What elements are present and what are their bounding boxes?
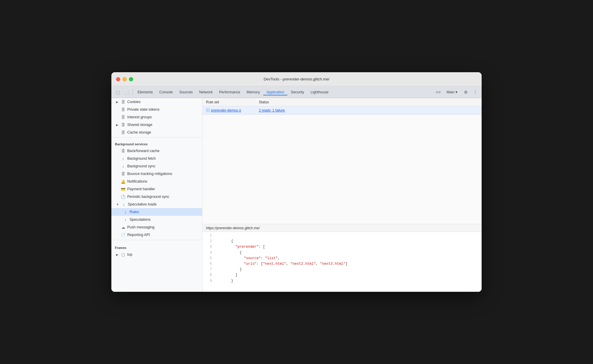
tab-performance[interactable]: Performance	[216, 89, 243, 95]
sync-icon: ↕	[121, 156, 125, 161]
database-icon: 🗄	[121, 115, 125, 119]
sidebar-label: Speculative loads	[128, 202, 157, 206]
divider	[111, 137, 202, 138]
sidebar-item-shared-storage[interactable]: ▶ 🗄 Shared storage	[111, 121, 202, 129]
sidebar-item-private-state-tokens[interactable]: 🗄 Private state tokens	[111, 106, 202, 113]
tab-separator	[133, 89, 133, 95]
sidebar-item-bounce-tracking[interactable]: 🗄 Bounce tracking mitigations	[111, 170, 202, 178]
tab-application[interactable]: Application	[263, 89, 287, 95]
sidebar-item-interest-groups[interactable]: 🗄 Interest groups	[111, 113, 202, 121]
table-header: Rule set Status	[202, 98, 482, 106]
more-tabs-button[interactable]: >>	[434, 88, 442, 96]
source-code-area: https://prerender-demos.glitch.me/ 1 2 3…	[202, 224, 482, 292]
line-num-5: 5	[205, 256, 212, 261]
sidebar-item-notifications[interactable]: 🔔 Notifications	[111, 178, 202, 185]
sidebar-item-cache-storage[interactable]: 🗄 Cache storage	[111, 129, 202, 136]
payment-icon: 💳	[121, 187, 125, 191]
source-url-bar: https://prerender-demos.glitch.me/	[202, 224, 482, 232]
cell-ruleset[interactable]: ⓘ prerender-demos.g	[206, 108, 259, 113]
code-line-7: }	[214, 267, 482, 272]
sidebar-label: Interest groups	[127, 115, 152, 119]
tab-lighthouse[interactable]: Lighthouse	[308, 89, 331, 95]
sync-icon: ↕	[123, 218, 128, 222]
sidebar-label: Speculations	[130, 218, 151, 222]
code-content: { "prerender": [ { "source": "list", "ur…	[214, 233, 482, 291]
sidebar-item-background-fetch[interactable]: ↕ Background fetch	[111, 155, 202, 162]
notification-icon: 🔔	[121, 179, 125, 184]
database-icon: 🗄	[121, 172, 125, 176]
sidebar-item-backforward-cache[interactable]: 🗄 Back/forward cache	[111, 147, 202, 155]
sidebar-item-push-messaging[interactable]: ☁ Push messaging	[111, 223, 202, 231]
sidebar-label: Background fetch	[127, 156, 156, 161]
expand-arrow-top: ▶	[116, 253, 118, 256]
col-header-status: Status	[259, 100, 478, 104]
sidebar-label: Payment handler	[127, 187, 155, 191]
table-row[interactable]: ⓘ prerender-demos.g 2 ready, 1 failure	[202, 106, 482, 114]
tab-network[interactable]: Network	[196, 89, 216, 95]
device-toolbar-icon[interactable]: ⬜	[123, 88, 131, 96]
window-title: DevTools - prerender-demos.glitch.me/	[264, 77, 329, 81]
content-area: ▶ 🗄 Cookies 🗄 Private state tokens 🗄 Int…	[111, 98, 482, 292]
sidebar-label: Cache storage	[127, 130, 151, 134]
cloud-icon: ☁	[121, 225, 125, 230]
kebab-menu-icon[interactable]: ⋮	[471, 88, 479, 96]
sidebar-label: Bounce tracking mitigations	[127, 172, 172, 176]
line-num-1: 1	[205, 233, 212, 239]
sidebar-item-speculations[interactable]: ↕ Speculations	[111, 216, 202, 223]
code-line-2: {	[214, 239, 482, 244]
sidebar-item-periodic-bg-sync[interactable]: 🕐 Periodic background sync	[111, 193, 202, 200]
database-icon: 🗄	[121, 130, 125, 135]
tab-more-area: >> Main ▾ ⚙ ⋮	[434, 88, 479, 96]
sync-icon: ↕	[121, 164, 125, 168]
sidebar-label: Background sync	[127, 164, 155, 168]
frames-header: Frames	[111, 242, 202, 251]
cell-status[interactable]: 2 ready, 1 failure	[259, 108, 478, 112]
divider	[111, 240, 202, 240]
sidebar-label: Push messaging	[127, 225, 154, 229]
frames-section: Frames ▶ ▢ top	[111, 241, 202, 258]
tab-memory[interactable]: Memory	[244, 89, 263, 95]
info-circle-icon: ⓘ	[206, 108, 210, 113]
tab-sources[interactable]: Sources	[176, 89, 196, 95]
settings-icon[interactable]: ⚙	[462, 88, 470, 96]
sidebar-item-payment-handler[interactable]: 💳 Payment handler	[111, 185, 202, 193]
code-line-1	[214, 233, 482, 239]
sidebar: ▶ 🗄 Cookies 🗄 Private state tokens 🗄 Int…	[111, 98, 202, 292]
database-icon: 🗄	[121, 123, 125, 127]
expand-arrow-cookies: ▶	[116, 100, 118, 104]
expand-arrow-speculative: ▼	[116, 203, 119, 206]
ruleset-link[interactable]: prerender-demos.g	[211, 108, 241, 112]
database-icon: 🗄	[121, 100, 125, 104]
close-button[interactable]	[116, 77, 120, 81]
sidebar-label: Cookies	[127, 100, 140, 104]
tab-elements[interactable]: Elements	[135, 89, 156, 95]
sidebar-item-background-sync[interactable]: ↕ Background sync	[111, 162, 202, 170]
inspector-icon[interactable]: ⬚	[114, 88, 122, 96]
sidebar-item-speculative-loads[interactable]: ▼ ↕ Speculative loads	[111, 200, 202, 208]
line-num-9: 9	[205, 278, 212, 284]
code-viewer: 1 2 3 4 5 6 7 8 9 { "prerender": [ { "so…	[202, 232, 482, 292]
minimize-button[interactable]	[123, 77, 127, 81]
sidebar-label: Shared storage	[127, 123, 152, 127]
sidebar-label: top	[127, 252, 132, 257]
line-num-3: 3	[205, 244, 212, 250]
maximize-button[interactable]	[129, 77, 133, 81]
devtools-window: DevTools - prerender-demos.glitch.me/ ⬚ …	[111, 72, 482, 292]
sidebar-label: Periodic background sync	[127, 195, 169, 199]
sidebar-item-rules[interactable]: ↕ Rules	[111, 208, 202, 216]
main-panel: Rule set Status ⓘ prerender-demos.g 2 re…	[202, 98, 482, 292]
sidebar-item-cookies[interactable]: ▶ 🗄 Cookies	[111, 98, 202, 106]
clock-icon: 🕐	[121, 195, 125, 199]
sync-icon: ↕	[123, 210, 128, 214]
table-empty-area	[202, 114, 482, 224]
line-num-7: 7	[205, 267, 212, 272]
tab-security[interactable]: Security	[288, 89, 307, 95]
sidebar-item-reporting-api[interactable]: 📄 Reporting API	[111, 231, 202, 239]
titlebar: DevTools - prerender-demos.glitch.me/	[111, 72, 482, 86]
line-num-6: 6	[205, 261, 212, 267]
sidebar-label: Notifications	[127, 179, 147, 183]
sidebar-item-top-frame[interactable]: ▶ ▢ top	[111, 251, 202, 258]
main-target-selector[interactable]: Main ▾	[443, 89, 460, 95]
tab-console[interactable]: Console	[156, 89, 176, 95]
database-icon: 🗄	[121, 107, 125, 112]
